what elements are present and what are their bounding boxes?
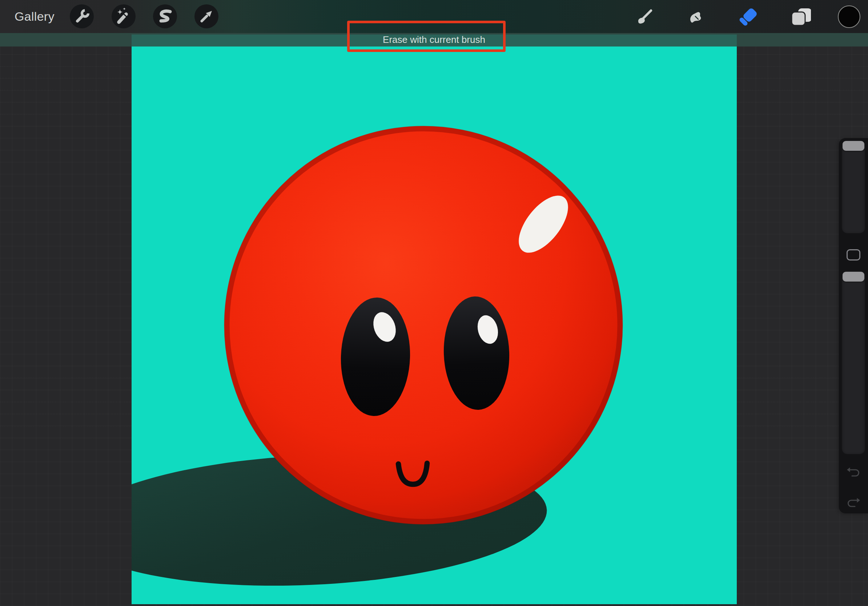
- redo-button[interactable]: [846, 495, 861, 509]
- magic-wand-icon: [112, 5, 136, 28]
- eraser-icon: [736, 5, 760, 29]
- modify-button[interactable]: [846, 249, 860, 260]
- redo-icon: [846, 495, 861, 509]
- opacity-slider-handle[interactable]: [843, 272, 864, 281]
- brush-size-slider-track[interactable]: [842, 140, 865, 233]
- drawing-canvas[interactable]: [132, 34, 737, 604]
- color-swatch-circle: [837, 5, 861, 29]
- smudge-tool-button[interactable]: [684, 5, 708, 29]
- brush-sidebar: [839, 138, 868, 513]
- brush-size-slider-handle[interactable]: [843, 141, 864, 151]
- erase-tool-button[interactable]: [736, 5, 760, 29]
- actions-button[interactable]: [70, 5, 94, 28]
- annotation-highlight-box: [347, 21, 505, 52]
- adjustments-button[interactable]: [112, 5, 136, 28]
- transform-button[interactable]: [194, 5, 219, 28]
- undo-icon: [846, 464, 861, 478]
- color-swatch-button[interactable]: [837, 5, 861, 29]
- selection-button[interactable]: [153, 5, 177, 28]
- brush-icon: [633, 5, 657, 29]
- layers-button[interactable]: [787, 5, 811, 29]
- wrench-icon: [70, 5, 94, 28]
- opacity-slider-track[interactable]: [842, 271, 865, 454]
- artwork-red-ball: [132, 34, 737, 604]
- layers-icon: [787, 5, 811, 29]
- arrow-cursor-icon: [194, 5, 219, 28]
- paint-tool-button[interactable]: [633, 5, 657, 29]
- procreate-app: Gallery: [0, 0, 868, 606]
- smudge-finger-icon: [684, 5, 708, 29]
- undo-button[interactable]: [846, 464, 861, 478]
- gallery-button[interactable]: Gallery: [14, 0, 54, 33]
- s-selection-icon: [153, 5, 177, 28]
